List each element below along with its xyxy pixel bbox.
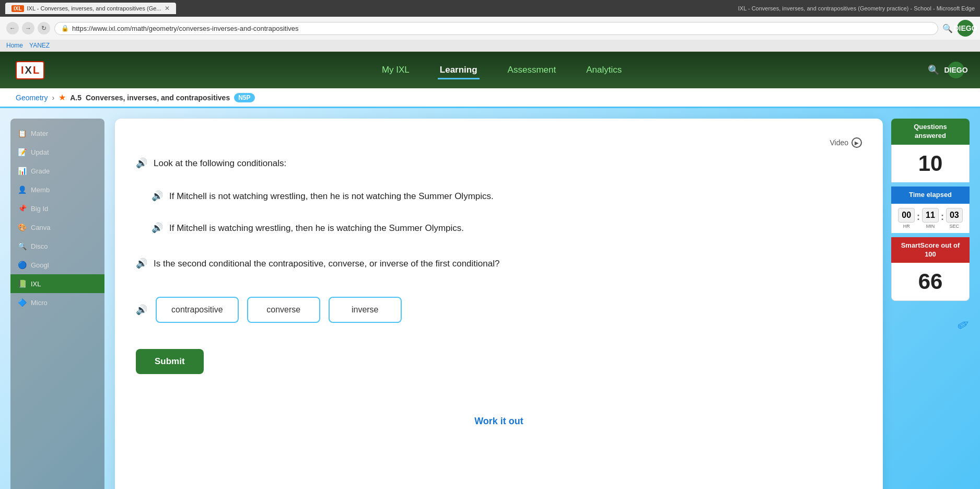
sidebar-label-disco: Disco bbox=[31, 242, 48, 250]
time-hr-value: 00 bbox=[898, 208, 915, 223]
time-display: 00 HR : 11 MIN : 03 SEC bbox=[891, 204, 970, 233]
statement1-line: 🔊 If Mitchell is not watching wrestling,… bbox=[151, 189, 862, 214]
updat-icon: 📝 bbox=[18, 148, 27, 156]
nav-my-ixl[interactable]: My IXL bbox=[380, 61, 412, 79]
breadcrumb-lesson-title: Converses, inverses, and contrapositives bbox=[86, 94, 230, 102]
sound-icon-s2[interactable]: 🔊 bbox=[151, 222, 163, 234]
ixl-sidebar-icon: 📗 bbox=[18, 280, 27, 288]
url-bar[interactable]: 🔒 https://www.ixl.com/math/geometry/conv… bbox=[54, 22, 938, 35]
question-intro-text: Look at the following conditionals: bbox=[154, 156, 286, 170]
sidebar-label-googl: Googl bbox=[31, 261, 49, 269]
video-link[interactable]: Video ▶ bbox=[136, 137, 862, 148]
sidebar-item-googl[interactable]: 🔵 Googl bbox=[10, 255, 104, 274]
smart-score-count: 66 bbox=[891, 263, 970, 301]
ixl-logo-x: X bbox=[25, 64, 32, 76]
time-hr-unit: 00 HR bbox=[898, 208, 915, 229]
answer-options: 🔊 contrapositive converse inverse bbox=[136, 297, 862, 323]
time-sec-unit: 03 SEC bbox=[946, 208, 963, 229]
tab-favicon: IXL bbox=[11, 5, 24, 12]
sidebar-label-mater: Mater bbox=[31, 130, 48, 137]
sidebar-item-ixl[interactable]: 📗 IXL bbox=[10, 274, 104, 293]
sidebar-label-micro: Micro bbox=[31, 299, 48, 307]
time-min-value: 11 bbox=[922, 208, 939, 223]
pencil-icon[interactable]: ✏ bbox=[954, 315, 973, 336]
time-sec-value: 03 bbox=[946, 208, 963, 223]
sound-icon-intro[interactable]: 🔊 bbox=[136, 157, 147, 169]
sidebar-item-mater[interactable]: 📋 Mater bbox=[10, 124, 104, 143]
main-layout: 📋 Mater 📝 Updat 📊 Grade 👤 Memb 📌 Big Id … bbox=[0, 108, 980, 489]
nav-assessment[interactable]: Assessment bbox=[506, 61, 558, 79]
bigid-icon: 📌 bbox=[18, 204, 27, 213]
smart-score-box: SmartScore out of 100 bbox=[891, 237, 970, 263]
smart-score-label: SmartScore out of 100 bbox=[901, 241, 960, 258]
questions-answered-label: Questions answered bbox=[914, 123, 947, 139]
content-area: Video ▶ 🔊 Look at the following conditio… bbox=[115, 119, 970, 489]
option-converse[interactable]: converse bbox=[247, 297, 320, 323]
ixl-header: I X L My IXL Learning Assessment Analyti… bbox=[0, 52, 980, 88]
back-button[interactable]: ← bbox=[6, 22, 19, 34]
sound-icon-answers[interactable]: 🔊 bbox=[136, 304, 147, 316]
refresh-button[interactable]: ↻ bbox=[38, 22, 50, 34]
question-panel: Video ▶ 🔊 Look at the following conditio… bbox=[115, 119, 883, 489]
option-contrapositive[interactable]: contrapositive bbox=[156, 297, 239, 323]
breadcrumb-subject[interactable]: Geometry bbox=[16, 94, 48, 102]
forward-button[interactable]: → bbox=[22, 22, 34, 34]
video-label: Video bbox=[830, 138, 848, 147]
submit-button[interactable]: Submit bbox=[136, 349, 204, 374]
sidebar-item-grade[interactable]: 📊 Grade bbox=[10, 161, 104, 180]
stats-panel: Questions answered 10 Time elapsed 00 HR… bbox=[891, 119, 970, 489]
micro-icon: 🔷 bbox=[18, 298, 27, 307]
user-avatar[interactable]: DIEGO bbox=[957, 20, 974, 37]
sidebar-label-bigid: Big Id bbox=[31, 205, 48, 213]
video-play-icon: ▶ bbox=[851, 137, 862, 148]
ixl-logo-l: L bbox=[33, 64, 39, 76]
sidebar-item-canva[interactable]: 🎨 Canva bbox=[10, 218, 104, 237]
search-icon[interactable]: 🔍 bbox=[942, 24, 953, 33]
statement2-line: 🔊 If Mitchell is watching wrestling, the… bbox=[151, 221, 862, 246]
home-bookmark[interactable]: Home bbox=[6, 42, 23, 49]
mater-icon: 📋 bbox=[18, 129, 27, 137]
browser-title-bar: IXL IXL - Converses, inverses, and contr… bbox=[0, 0, 980, 17]
left-sidebar: 📋 Mater 📝 Updat 📊 Grade 👤 Memb 📌 Big Id … bbox=[10, 119, 104, 489]
header-user-avatar[interactable]: DIEGO bbox=[948, 62, 964, 78]
grade-icon: 📊 bbox=[18, 167, 27, 175]
ixl-logo[interactable]: I X L bbox=[16, 61, 44, 79]
nav-learning[interactable]: Learning bbox=[438, 61, 480, 79]
sidebar-item-memb[interactable]: 👤 Memb bbox=[10, 180, 104, 199]
sound-icon-s1[interactable]: 🔊 bbox=[151, 190, 163, 202]
breadcrumb-lesson-code: A.5 bbox=[70, 94, 81, 102]
time-hr-label: HR bbox=[903, 224, 910, 229]
time-colon-1: : bbox=[917, 212, 920, 229]
option-inverse[interactable]: inverse bbox=[329, 297, 402, 323]
time-sec-label: SEC bbox=[950, 224, 960, 229]
canva-icon: 🎨 bbox=[18, 223, 27, 231]
question-intro-line: 🔊 Look at the following conditionals: bbox=[136, 156, 862, 181]
question-ask-line: 🔊 Is the second conditional the contrapo… bbox=[136, 257, 862, 281]
questions-count: 10 bbox=[891, 145, 970, 182]
sidebar-item-micro[interactable]: 🔷 Micro bbox=[10, 293, 104, 312]
sidebar-label-memb: Memb bbox=[31, 186, 50, 194]
nav-analytics[interactable]: Analytics bbox=[584, 61, 624, 79]
tab-close-icon[interactable]: ✕ bbox=[165, 5, 170, 12]
browser-tab[interactable]: IXL IXL - Converses, inverses, and contr… bbox=[5, 3, 176, 14]
statement1-text: If Mitchell is not watching wrestling, t… bbox=[169, 189, 494, 203]
work-it-out-link[interactable]: Work it out bbox=[136, 416, 862, 427]
sidebar-item-bigid[interactable]: 📌 Big Id bbox=[10, 199, 104, 218]
address-bar: ← → ↻ 🔒 https://www.ixl.com/math/geometr… bbox=[0, 17, 980, 40]
breadcrumb-arrow: › bbox=[52, 94, 54, 102]
time-min-unit: 11 MIN bbox=[922, 208, 939, 229]
questions-answered-box: Questions answered bbox=[891, 119, 970, 145]
statement2-text: If Mitchell is watching wrestling, then … bbox=[169, 221, 464, 235]
tab-area: IXL IXL - Converses, inverses, and contr… bbox=[5, 3, 176, 14]
header-search-icon[interactable]: 🔍 bbox=[928, 64, 939, 76]
main-nav: My IXL Learning Assessment Analytics bbox=[76, 61, 928, 79]
sound-icon-ask[interactable]: 🔊 bbox=[136, 258, 147, 269]
sidebar-item-disco[interactable]: 🔍 Disco bbox=[10, 237, 104, 255]
breadcrumb: Geometry › ★ A.5 Converses, inverses, an… bbox=[0, 88, 980, 108]
yanez-bookmark[interactable]: YANEZ bbox=[29, 42, 50, 49]
sidebar-item-updat[interactable]: 📝 Updat bbox=[10, 143, 104, 161]
bookmarks-bar: Home YANEZ bbox=[0, 40, 980, 52]
sidebar-label-ixl: IXL bbox=[31, 280, 41, 288]
googl-icon: 🔵 bbox=[18, 261, 27, 269]
breadcrumb-star-icon: ★ bbox=[59, 92, 66, 102]
